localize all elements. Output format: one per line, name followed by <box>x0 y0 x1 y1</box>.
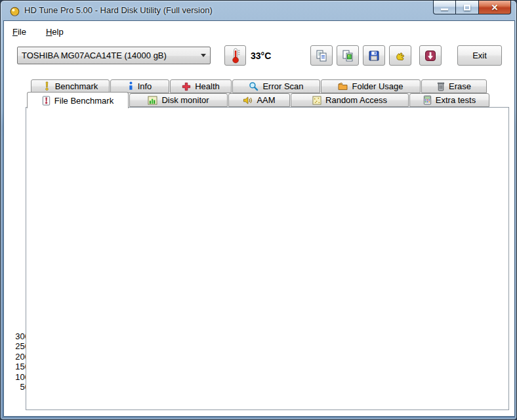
minimize-icon <box>441 9 448 10</box>
close-icon: ✕ <box>491 3 499 12</box>
tab-health[interactable]: Health <box>170 79 232 93</box>
copy-text-button[interactable] <box>310 45 333 66</box>
tab-aam[interactable]: AAM <box>228 93 290 107</box>
menu-help[interactable]: Help <box>41 25 69 39</box>
options-button[interactable] <box>389 45 411 66</box>
tab-extra-tests-label: Extra tests <box>436 95 476 105</box>
copy-image-icon <box>341 49 354 62</box>
title-bar[interactable]: HD Tune Pro 5.00 - Hard Disk Utility (Fu… <box>1 1 516 20</box>
tab-disk-monitor-label: Disk monitor <box>161 95 209 105</box>
tab-aam-label: AAM <box>257 95 275 105</box>
save-button[interactable] <box>363 45 385 66</box>
tab-folder-usage-label: Folder Usage <box>352 81 403 91</box>
magnifier-icon <box>249 81 258 91</box>
tab-file-benchmark[interactable]: File Benchmark <box>27 92 129 108</box>
tab-random-access[interactable]: Random Access <box>291 93 409 107</box>
trash-icon <box>437 81 445 91</box>
info-icon <box>128 81 134 91</box>
exit-label: Exit <box>472 51 487 60</box>
menu-file[interactable]: File <box>7 25 31 39</box>
options-hand-icon <box>394 49 407 62</box>
random-access-icon <box>312 96 321 105</box>
tab-erase-label: Erase <box>449 81 471 91</box>
copy-text-icon <box>315 49 328 62</box>
exit-button[interactable]: Exit <box>457 45 502 66</box>
menu-bar: File Help <box>7 25 69 39</box>
save-icon <box>367 49 381 62</box>
temperature-value: 33°C <box>251 51 271 61</box>
update-button[interactable] <box>419 45 442 66</box>
tab-benchmark[interactable]: Benchmark <box>31 79 110 93</box>
tab-extra-tests[interactable]: Extra tests <box>409 93 489 107</box>
calculator-icon <box>423 95 432 105</box>
file-benchmark-page <box>26 107 509 410</box>
window-title: HD Tune Pro 5.00 - Hard Disk Utility (Fu… <box>24 5 213 15</box>
tab-disk-monitor[interactable]: Disk monitor <box>129 93 228 107</box>
app-icon <box>9 5 20 18</box>
tab-info-label: Info <box>138 81 152 91</box>
tab-error-scan[interactable]: Error Scan <box>232 79 320 93</box>
tab-random-access-label: Random Access <box>325 95 387 105</box>
drive-select-dropdown[interactable]: TOSHIBA MG07ACA14TE (14000 gB) <box>17 47 211 64</box>
folder-icon <box>338 82 348 91</box>
minimize-button[interactable] <box>433 1 456 14</box>
tab-benchmark-label: Benchmark <box>55 81 98 91</box>
app-window: HD Tune Pro 5.00 - Hard Disk Utility (Fu… <box>0 0 517 420</box>
benchmark-icon <box>43 81 51 91</box>
maximize-icon <box>464 5 470 10</box>
maximize-button[interactable] <box>456 1 479 14</box>
download-arrow-icon <box>424 49 437 62</box>
speaker-icon <box>243 96 253 105</box>
tab-file-benchmark-label: File Benchmark <box>54 96 114 106</box>
health-cross-icon <box>182 82 191 91</box>
chevron-down-icon <box>201 54 206 57</box>
copy-screenshot-button[interactable] <box>337 45 359 66</box>
file-benchmark-icon <box>42 96 51 106</box>
tab-health-label: Health <box>195 81 220 91</box>
thermometer-icon <box>228 47 243 64</box>
drive-select-value: TOSHIBA MG07ACA14TE (14000 gB) <box>22 51 167 60</box>
temperature-button[interactable] <box>224 45 246 66</box>
tab-erase[interactable]: Erase <box>421 79 487 93</box>
tab-info[interactable]: Info <box>110 79 169 93</box>
tab-error-scan-label: Error Scan <box>262 81 303 91</box>
disk-monitor-icon <box>148 96 157 105</box>
tab-folder-usage[interactable]: Folder Usage <box>321 79 421 93</box>
close-button[interactable]: ✕ <box>479 1 511 14</box>
